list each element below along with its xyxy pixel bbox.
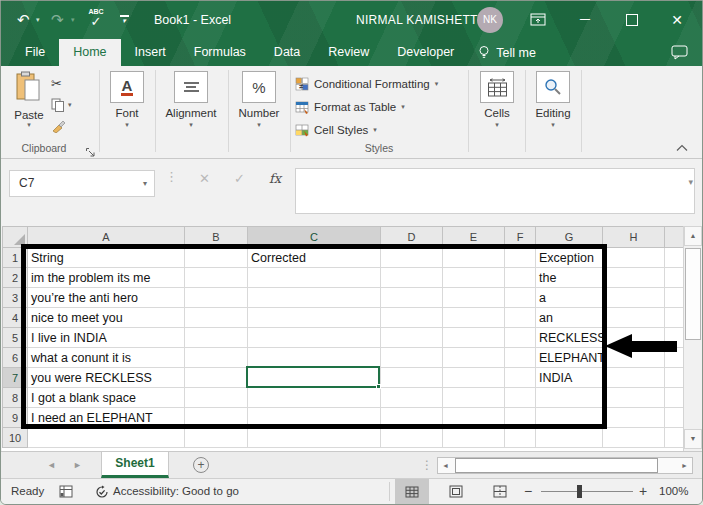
cell-partial-9[interactable] — [665, 408, 684, 428]
cancel-entry-icon[interactable]: ✕ — [199, 171, 210, 186]
accessibility-icon[interactable] — [95, 485, 109, 501]
cell-A1[interactable]: String — [28, 248, 185, 268]
cell-F6[interactable] — [505, 348, 536, 368]
tab-formulas[interactable]: Formulas — [180, 39, 260, 66]
column-header-B[interactable]: B — [185, 227, 248, 248]
cell-D5[interactable] — [381, 328, 443, 348]
column-header-D[interactable]: D — [381, 227, 443, 248]
name-box-dropdown-icon[interactable]: ▾ — [143, 171, 147, 196]
cell-A9[interactable]: I need an ELEPHANT — [28, 408, 185, 428]
copy-dropdown-icon[interactable]: ▾ — [68, 101, 72, 109]
cell-C1[interactable]: Corrected — [248, 248, 381, 268]
row-header-9[interactable]: 9 — [3, 408, 28, 428]
cell-partial-8[interactable] — [665, 388, 684, 408]
sheet-tab-sheet1[interactable]: Sheet1 — [101, 452, 169, 478]
worksheet-grid[interactable]: ABCDEFGH 1StringCorrectedException2im th… — [2, 226, 683, 451]
zoom-slider-track[interactable] — [541, 491, 633, 492]
cell-G4[interactable]: an — [536, 308, 603, 328]
fill-handle[interactable] — [376, 384, 381, 389]
cut-button[interactable]: ✂ — [51, 73, 72, 94]
cell-H2[interactable] — [603, 268, 665, 288]
row-header-1[interactable]: 1 — [3, 248, 28, 268]
tab-insert[interactable]: Insert — [121, 39, 180, 66]
cell-partial-2[interactable] — [665, 268, 684, 288]
insert-function-button[interactable]: fx — [269, 171, 281, 186]
selected-cell-C7[interactable] — [246, 366, 380, 388]
cell-G7[interactable]: INDIA — [536, 368, 603, 388]
cell-A2[interactable]: im the problem its me — [28, 268, 185, 288]
scroll-right-icon[interactable]: ► — [677, 458, 692, 473]
font-dropdown-icon[interactable]: ▾ — [99, 121, 155, 129]
cell-partial-10[interactable] — [665, 428, 684, 448]
cell-E1[interactable] — [443, 248, 505, 268]
cell-H3[interactable] — [603, 288, 665, 308]
zoom-in-icon[interactable]: + — [639, 479, 647, 504]
cell-G1[interactable]: Exception — [536, 248, 603, 268]
vertical-scrollbar[interactable]: ▲ ▼ — [683, 226, 702, 451]
column-header-G[interactable]: G — [536, 227, 603, 248]
cell-H9[interactable] — [603, 408, 665, 428]
cell-H7[interactable] — [603, 368, 665, 388]
cell-D6[interactable] — [381, 348, 443, 368]
cell-G5[interactable]: RECKLESS — [536, 328, 603, 348]
scroll-up-icon[interactable]: ▲ — [684, 226, 702, 246]
column-header-partial[interactable] — [665, 227, 684, 248]
cell-D2[interactable] — [381, 268, 443, 288]
cell-A3[interactable]: you’re the anti hero — [28, 288, 185, 308]
cell-E8[interactable] — [443, 388, 505, 408]
cells-dropdown-icon[interactable]: ▾ — [469, 121, 525, 129]
cell-partial-6[interactable] — [665, 348, 684, 368]
cell-styles-dropdown-icon[interactable]: ▾ — [373, 126, 377, 134]
maximize-button[interactable] — [626, 14, 638, 26]
conditional-formatting-button[interactable]: ≠ Conditional Formatting ▾ — [295, 75, 438, 92]
minimize-button[interactable]: ─ — [575, 1, 595, 37]
editing-dropdown-icon[interactable]: ▾ — [525, 121, 581, 129]
cell-B7[interactable] — [185, 368, 248, 388]
cell-A4[interactable]: nice to meet you — [28, 308, 185, 328]
select-all-corner[interactable] — [3, 227, 28, 248]
cell-B4[interactable] — [185, 308, 248, 328]
tab-data[interactable]: Data — [260, 39, 314, 66]
accessibility-status[interactable]: Accessibility: Good to go — [113, 479, 239, 504]
column-header-H[interactable]: H — [603, 227, 665, 248]
cell-G8[interactable] — [536, 388, 603, 408]
cell-D3[interactable] — [381, 288, 443, 308]
cell-D7[interactable] — [381, 368, 443, 388]
cell-H6[interactable] — [603, 348, 665, 368]
cell-E6[interactable] — [443, 348, 505, 368]
cell-C6[interactable] — [248, 348, 381, 368]
paste-button[interactable]: Paste ▾ — [11, 71, 47, 129]
cell-partial-3[interactable] — [665, 288, 684, 308]
font-group-button[interactable]: A Font ▾ — [99, 71, 155, 129]
close-button[interactable]: ✕ — [667, 1, 687, 39]
redo-dropdown-icon[interactable]: ▾ — [71, 1, 75, 39]
cell-partial-1[interactable] — [665, 248, 684, 268]
format-painter-button[interactable] — [51, 115, 72, 136]
cell-partial-5[interactable] — [665, 328, 684, 348]
cell-A7[interactable]: you were RECKLESS — [28, 368, 185, 388]
cell-styles-button[interactable]: Cell Styles ▾ — [295, 121, 377, 138]
cell-D9[interactable] — [381, 408, 443, 428]
cell-A6[interactable]: what a conunt it is — [28, 348, 185, 368]
row-header-5[interactable]: 5 — [3, 328, 28, 348]
macro-record-icon[interactable] — [59, 485, 73, 500]
cell-C5[interactable] — [248, 328, 381, 348]
cell-F2[interactable] — [505, 268, 536, 288]
redo-icon[interactable]: ↷ — [51, 1, 64, 39]
cell-A10[interactable] — [28, 428, 185, 448]
cell-H4[interactable] — [603, 308, 665, 328]
undo-dropdown-icon[interactable]: ▾ — [36, 1, 40, 39]
cell-partial-7[interactable] — [665, 368, 684, 388]
cell-D4[interactable] — [381, 308, 443, 328]
cell-D1[interactable] — [381, 248, 443, 268]
horizontal-scrollbar[interactable]: ◄ ► — [437, 457, 693, 474]
cell-G10[interactable] — [536, 428, 603, 448]
row-header-8[interactable]: 8 — [3, 388, 28, 408]
comment-icon[interactable] — [671, 45, 688, 64]
alignment-dropdown-icon[interactable]: ▾ — [163, 121, 219, 129]
tab-developer[interactable]: Developer — [383, 39, 468, 66]
ribbon-display-options-icon[interactable] — [530, 12, 546, 31]
collapse-ribbon-icon[interactable] — [676, 138, 688, 156]
cell-F9[interactable] — [505, 408, 536, 428]
cell-partial-4[interactable] — [665, 308, 684, 328]
